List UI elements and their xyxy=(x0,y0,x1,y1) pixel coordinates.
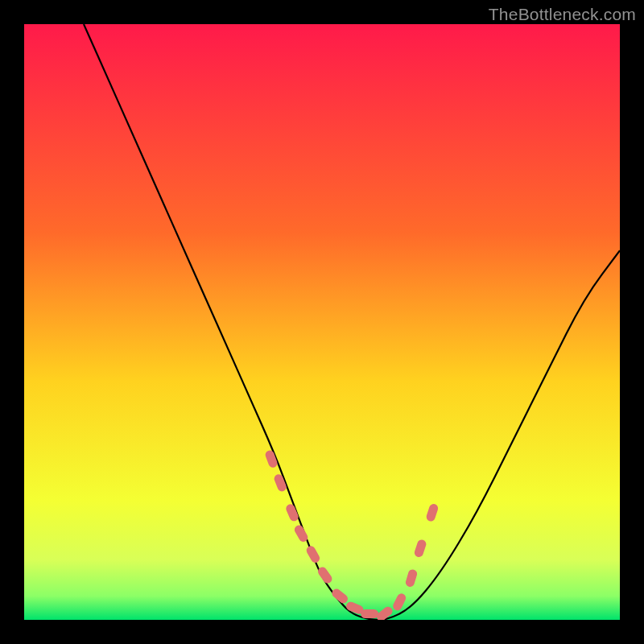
attribution-label: TheBottleneck.com xyxy=(489,5,636,24)
curve-marker xyxy=(361,609,378,618)
gradient-background xyxy=(24,24,620,620)
chart-plot-area xyxy=(24,24,620,620)
bottleneck-chart xyxy=(24,24,620,620)
